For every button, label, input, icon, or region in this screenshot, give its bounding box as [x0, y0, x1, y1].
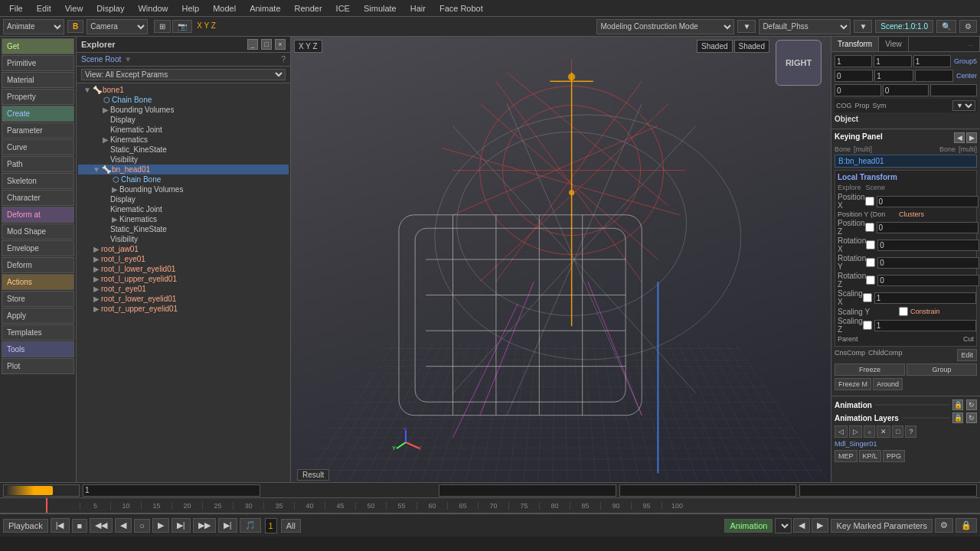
anim-layers-refresh-btn[interactable]: ↻: [966, 412, 977, 423]
sidebar-material[interactable]: Material: [2, 72, 74, 88]
kpl-btn[interactable]: KP/L: [859, 450, 882, 462]
expand-icon[interactable]: ▶: [101, 135, 110, 144]
all-btn[interactable]: All: [281, 519, 301, 533]
pos-x-check[interactable]: [865, 197, 874, 206]
expand-icon[interactable]: ▶: [92, 295, 101, 303]
anim-lock-btn[interactable]: 🔒: [952, 399, 963, 410]
menu-animate[interactable]: Animate: [243, 2, 286, 15]
tree-item[interactable]: Display: [78, 194, 289, 204]
camera-btn[interactable]: 📷: [172, 20, 192, 33]
tree-item[interactable]: Kinematic Joint: [78, 204, 289, 214]
sidebar-apply[interactable]: Apply: [2, 308, 74, 324]
explorer-filter-select[interactable]: View: All Except Params: [81, 69, 286, 80]
tree-item[interactable]: Display: [78, 115, 289, 125]
edit-btn[interactable]: Edit: [957, 349, 977, 361]
scal-x-check[interactable]: [863, 293, 872, 302]
frame-back-btn[interactable]: |◀: [51, 518, 70, 533]
viewport-mode-btn[interactable]: X Y Z: [294, 40, 322, 53]
menu-display[interactable]: Display: [90, 2, 130, 15]
tree-item[interactable]: ▶ Kinematics: [78, 135, 289, 145]
snap-btn[interactable]: ⊞: [154, 20, 171, 33]
sidebar-modshape[interactable]: Mod Shape: [2, 223, 74, 240]
tab-view[interactable]: View: [879, 37, 909, 51]
mode-arrow[interactable]: ▼: [737, 20, 756, 33]
anim-icon-3[interactable]: ⬦: [864, 425, 875, 438]
tree-item[interactable]: ▶ Bounding Volumes: [78, 105, 289, 115]
tree-item[interactable]: ▶ root_l_upper_eyelid01: [78, 274, 289, 284]
sidebar-skeleton[interactable]: Skeleton: [2, 173, 74, 189]
scal-y-check[interactable]: [899, 307, 908, 316]
auto-prev-btn[interactable]: ◀: [793, 518, 810, 533]
expand-icon[interactable]: ▶: [101, 106, 110, 114]
explorer-close-btn[interactable]: ×: [275, 39, 286, 50]
around-btn[interactable]: Around: [873, 378, 903, 390]
tree-item[interactable]: ▶ root_r_upper_eyelid01: [78, 304, 289, 314]
tree-item[interactable]: ▶ root_r_eye01: [78, 284, 289, 294]
tree-item-bnhead[interactable]: ▼ 🦴 bn_head01: [78, 165, 289, 174]
freeze-m-btn[interactable]: Freeze M: [835, 378, 871, 390]
sidebar-templates[interactable]: Templates: [2, 324, 74, 341]
explorer-help-icon[interactable]: ?: [281, 55, 286, 64]
material-arrow[interactable]: ▼: [854, 20, 872, 33]
camera-select[interactable]: Camera: [87, 19, 148, 34]
timeline-lock-btn[interactable]: 🔒: [956, 518, 977, 533]
transform-input-1[interactable]: [835, 55, 872, 67]
rot-y-input[interactable]: [877, 257, 979, 269]
menu-facerobot[interactable]: Face Robot: [433, 2, 489, 15]
viewport[interactable]: X Y Z Shaded Shaded RIGHT X Y Z Result: [291, 37, 831, 482]
scal-x-input[interactable]: [874, 292, 976, 304]
audio-btn[interactable]: 🎵: [240, 518, 261, 533]
sidebar-plot[interactable]: Plot: [2, 358, 74, 374]
anim-icon-2[interactable]: ▷: [849, 425, 862, 438]
expand-icon[interactable]: ▶: [92, 285, 101, 293]
tree-item[interactable]: Kinematic Joint: [78, 125, 289, 135]
sym-select[interactable]: ▼: [952, 100, 975, 111]
expand-icon[interactable]: ▶: [110, 215, 119, 223]
sidebar-create[interactable]: Create: [2, 106, 74, 122]
transform-input-6[interactable]: [915, 70, 953, 82]
animate-mode-select[interactable]: Animate: [3, 19, 64, 34]
stop-btn[interactable]: ■: [72, 519, 88, 533]
expand-icon[interactable]: ▶: [110, 185, 119, 194]
freeze-btn[interactable]: Freeze: [835, 364, 905, 376]
auto-next-btn[interactable]: ▶: [812, 518, 828, 533]
sidebar-envelope[interactable]: Envelope: [2, 240, 74, 256]
sym-label[interactable]: Sym: [873, 102, 887, 109]
tab-extra[interactable]: ...: [961, 37, 980, 51]
rot-x-input[interactable]: [877, 240, 979, 251]
tree-item[interactable]: Static_KineState: [78, 145, 289, 155]
frame-end-input2[interactable]: 100: [619, 484, 797, 497]
tree-item[interactable]: ▶ root_l_lower_eyelid01: [78, 264, 289, 274]
tree-item[interactable]: ⬡ Chain Bone: [78, 174, 289, 184]
transform-input-4[interactable]: [835, 70, 873, 82]
scal-z-input[interactable]: [874, 320, 976, 331]
explorer-maximize-btn[interactable]: □: [261, 39, 272, 50]
timeline-pos-input[interactable]: [83, 484, 260, 497]
explorer-minimize-btn[interactable]: _: [247, 39, 258, 50]
menu-view[interactable]: View: [59, 2, 90, 15]
anim-icon-4[interactable]: ✕: [877, 425, 890, 438]
menu-render[interactable]: Render: [289, 2, 328, 15]
next-frame-btn[interactable]: ▶|: [172, 518, 191, 533]
anim-icon-5[interactable]: □: [892, 425, 903, 438]
group-btn[interactable]: Group: [906, 364, 977, 376]
sidebar-deform2[interactable]: Deform: [2, 257, 74, 273]
breadcrumb-root[interactable]: Scene Root: [81, 55, 121, 64]
shaded2-btn[interactable]: Shaded: [734, 40, 769, 53]
menu-help[interactable]: Help: [176, 2, 206, 15]
sidebar-property[interactable]: Property: [2, 89, 74, 105]
scal-z-check[interactable]: [863, 321, 872, 330]
animation-mode-btn[interactable]: Animation: [724, 519, 773, 533]
menu-window[interactable]: Window: [132, 2, 174, 15]
expand-icon[interactable]: ▼: [83, 86, 92, 94]
tree-item[interactable]: Visibility: [78, 234, 289, 244]
b-btn[interactable]: B: [67, 20, 83, 33]
keying-prev-btn[interactable]: ◀: [954, 132, 965, 143]
tree-item[interactable]: Visibility: [78, 155, 289, 165]
menu-edit[interactable]: Edit: [31, 2, 57, 15]
sidebar-curve[interactable]: Curve: [2, 139, 74, 155]
transform-input-2[interactable]: [874, 55, 911, 67]
anim-icon-6[interactable]: ?: [905, 425, 916, 438]
sidebar-deform[interactable]: Deform at: [2, 207, 74, 223]
key-marked-settings-btn[interactable]: ⚙: [935, 518, 953, 533]
